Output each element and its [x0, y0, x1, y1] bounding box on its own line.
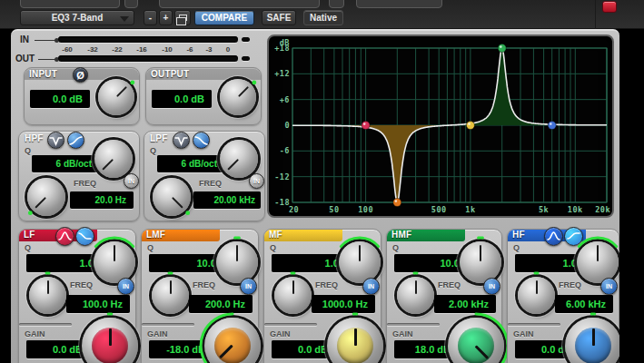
band-q-knob[interactable]	[460, 241, 501, 283]
band-freq-knob[interactable]	[397, 277, 434, 314]
input-gain-display[interactable]: 0.0 dB	[30, 90, 90, 108]
notch-filter-icon[interactable]	[173, 132, 190, 149]
band-q-label: Q	[25, 243, 31, 252]
band-freq-display[interactable]: 2.00 kHz	[434, 295, 496, 313]
band-q-knob[interactable]	[339, 241, 381, 283]
band-panel-hmf: HMF Q 10.00 IN FREQ 2.00 kHz GAIN 18.0 d…	[386, 229, 502, 363]
hpf-q-knob[interactable]	[94, 140, 133, 178]
hpf-freq-display[interactable]: 20.0 Hz	[70, 191, 134, 209]
hpf-in-button[interactable]: IN	[124, 173, 139, 189]
input-clip-led[interactable]	[242, 37, 250, 42]
band-in-button[interactable]: IN	[483, 278, 500, 295]
band-q-knob[interactable]	[94, 241, 135, 283]
lpf-in-button[interactable]: IN	[249, 173, 264, 189]
band-freq-knob[interactable]	[274, 277, 312, 314]
input-label: INPUT	[29, 69, 57, 79]
meter-scale-tick: -60	[62, 45, 73, 54]
band-in-button[interactable]: IN	[117, 278, 134, 295]
band-in-button[interactable]: IN	[362, 278, 380, 295]
hpf-label: HPF	[25, 133, 44, 143]
notch-filter-icon[interactable]	[47, 132, 64, 149]
band-divider	[142, 323, 194, 326]
phase-invert-button[interactable]: Ø	[73, 67, 88, 83]
hpf-in-label: IN	[128, 178, 134, 184]
band-in-button[interactable]: IN	[600, 278, 618, 295]
band-panel-lf: LF Q 1.00 IN FREQ 100.0 Hz GAIN 0.0 dB	[18, 229, 136, 363]
band-peak-type-button[interactable]	[55, 227, 74, 246]
band-freq-label: FREQ	[559, 280, 581, 289]
band-shelf-type-button[interactable]	[75, 227, 94, 246]
band-control-dot-hmf[interactable]	[498, 44, 506, 53]
chevron-down-icon	[120, 16, 129, 22]
plugin-selector-dropdown[interactable]: EQ3 7-Band	[20, 10, 134, 25]
band-label: MF	[269, 230, 282, 240]
lpf-freq-display[interactable]: 20.00 kHz	[193, 191, 261, 209]
copy-settings-icon	[179, 15, 187, 21]
lpf-q-knob[interactable]	[220, 140, 258, 178]
band-in-label: IN	[606, 283, 612, 289]
lowpass-slope-icon[interactable]	[193, 132, 210, 149]
lpf-freq-label: FREQ	[199, 179, 222, 188]
lpf-label: LPF	[150, 133, 168, 143]
band-freq-display[interactable]: 100.0 Hz	[66, 295, 130, 313]
band-control-dot-mf[interactable]	[466, 122, 474, 130]
band-q-label: Q	[147, 243, 154, 252]
band-freq-display[interactable]: 1000.0 Hz	[312, 295, 375, 313]
meter-scale-tick: -6	[186, 45, 193, 54]
output-clip-led[interactable]	[242, 56, 250, 61]
lpf-in-label: IN	[253, 178, 260, 184]
band-gain-knob[interactable]	[204, 318, 261, 363]
band-gain-knob[interactable]	[327, 318, 383, 363]
band-gain-knob[interactable]	[82, 318, 138, 363]
output-gain-knob[interactable]	[220, 79, 256, 115]
highpass-slope-icon[interactable]	[67, 132, 84, 149]
lpf-q-label: Q	[150, 146, 156, 155]
svg-text:500: 500	[431, 205, 447, 214]
svg-text:5k: 5k	[539, 205, 549, 214]
compare-button[interactable]: COMPARE	[194, 10, 254, 25]
next-preset-button[interactable]: +	[159, 10, 173, 25]
band-divider	[508, 323, 560, 326]
band-panel-hf: HF Q 1.00 IN FREQ 6.00 kHz GAIN 0.0 dB	[507, 229, 619, 363]
hpf-freq-knob[interactable]	[27, 178, 65, 216]
output-label: OUTPUT	[151, 69, 189, 79]
header-small-button-partial[interactable]	[124, 0, 138, 8]
safe-button[interactable]: SAFE	[262, 10, 296, 25]
input-section: INPUT Ø 0.0 dB	[24, 67, 140, 125]
band-peak-type-button[interactable]	[544, 227, 563, 246]
librarian-menu-partial[interactable]	[329, 0, 344, 8]
band-q-knob[interactable]	[577, 241, 619, 283]
band-gain-knob[interactable]	[565, 318, 619, 363]
band-in-label: IN	[245, 283, 252, 289]
input-gain-knob[interactable]	[98, 79, 134, 115]
band-control-dot-lmf[interactable]	[393, 199, 401, 207]
svg-text:+6: +6	[280, 95, 290, 104]
copy-settings-button[interactable]	[174, 10, 191, 25]
band-freq-knob[interactable]	[518, 277, 555, 314]
meter-scale-tick: -32	[87, 45, 98, 54]
band-gain-label: GAIN	[25, 329, 45, 338]
target-button[interactable]	[602, 1, 617, 13]
previous-preset-button[interactable]: -	[144, 10, 157, 25]
band-freq-display[interactable]: 6.00 kHz	[555, 295, 613, 313]
band-in-button[interactable]: IN	[240, 278, 257, 295]
lpf-freq-knob[interactable]	[153, 178, 191, 216]
band-control-dot-lf[interactable]	[362, 122, 370, 130]
eq-response-graph[interactable]: dB+18+12+60-6-12-1820501005001k5k10k20k	[267, 34, 614, 218]
preset-name-box-partial[interactable]	[159, 0, 320, 8]
band-control-dot-hf[interactable]	[548, 122, 556, 130]
band-gain-knob[interactable]	[448, 318, 504, 363]
track-selector-partial[interactable]	[20, 0, 120, 8]
band-freq-knob[interactable]	[152, 277, 189, 314]
band-q-knob[interactable]	[216, 241, 258, 283]
output-meter	[58, 55, 238, 62]
band-freq-knob[interactable]	[29, 277, 66, 314]
plugin-body: IN -60-32-22-16-10-6-30 OUT INPUT Ø 0.0 …	[11, 29, 619, 363]
band-panel-mf: MF Q 1.00 IN FREQ 1000.0 Hz GAIN 0.0 dB	[263, 229, 381, 363]
band-freq-label: FREQ	[438, 280, 461, 289]
band-freq-display[interactable]: 200.0 Hz	[189, 295, 253, 313]
output-gain-display[interactable]: 0.0 dB	[152, 90, 212, 108]
bypass-button-partial[interactable]	[356, 0, 442, 8]
band-gain-label: GAIN	[392, 329, 413, 338]
processing-type-badge: Native	[303, 10, 343, 25]
